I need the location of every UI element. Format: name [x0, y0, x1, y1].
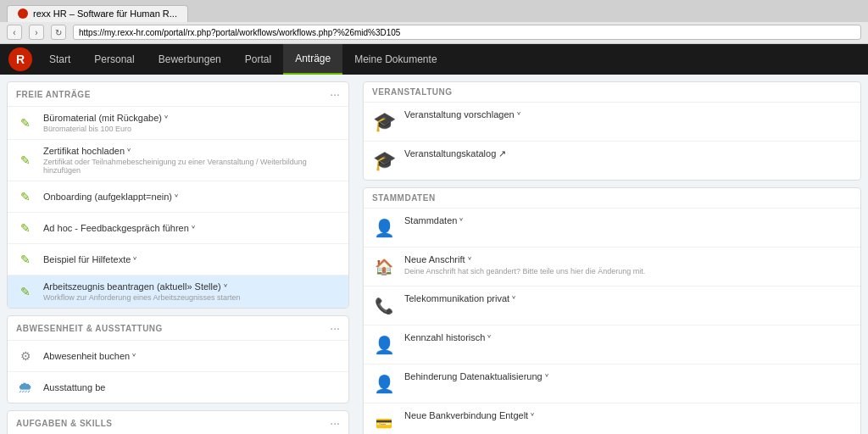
house-icon-anschrift: 🏠	[372, 255, 396, 279]
person-icon-stammdaten: 👤	[372, 216, 396, 240]
section-abwesenheit-menu[interactable]: ···	[330, 321, 340, 335]
refresh-button[interactable]: ↻	[51, 25, 66, 40]
item-subtitle-arbeitszeugnis: Workflow zur Anforderung eines Arbeitsze…	[43, 293, 340, 302]
forward-button[interactable]: ›	[29, 25, 44, 40]
right-item-title-anschrift: Neue Anschrift ᵛ	[404, 254, 852, 265]
browser-chrome: rexx HR – Software für Human R... ‹ › ↻	[0, 0, 868, 44]
right-item-stammdaten[interactable]: 👤 Stammdaten ᵛ	[364, 209, 860, 248]
nav-item-antraege[interactable]: Anträge	[283, 44, 342, 75]
right-item-title-katalog: Veranstaltungskatalog ↗	[404, 148, 852, 159]
section-stammdaten-title: STAMMDATEN	[372, 193, 436, 203]
section-abwesenheit: ABWESENHEIT & AUSSTATTUNG ··· ⚙ Abwesenh…	[7, 315, 349, 403]
list-item-zertifikat[interactable]: ✎ Zertifikat hochladen ᵛ Zertifikat oder…	[8, 140, 348, 181]
item-subtitle-bueromaterial: Büromaterial bis 100 Euro	[43, 125, 340, 133]
right-item-text-telekommunikation: Telekommunikation privat ᵛ	[404, 293, 852, 304]
right-item-text-anschrift: Neue Anschrift ᵛ Deine Anschrift hat sic…	[404, 254, 852, 275]
item-title-arbeitszeugnis: Arbeitszeugnis beantragen (aktuell» Stel…	[43, 281, 340, 292]
right-item-title-telekommunikation: Telekommunikation privat ᵛ	[404, 293, 852, 304]
top-nav: R Start Personal Bewerbungen Portal Antr…	[0, 44, 868, 75]
right-item-subtitle-anschrift: Deine Anschrift hat sich geändert? Bitte…	[404, 267, 852, 275]
item-title-onboarding: Onboarding (aufgeklappt=nein) ᵛ	[43, 192, 340, 203]
section-aufgaben-header: AUFGABEN & SKILLS ···	[8, 411, 348, 434]
person-icon-behinderung: 👤	[372, 372, 396, 396]
right-item-veranstaltung-vorschlagen[interactable]: 🎓 Veranstaltung vorschlagen ᵛ	[364, 103, 860, 142]
right-item-telekommunikation[interactable]: 📞 Telekommunikation privat ᵛ	[364, 287, 860, 326]
nav-logo: R	[8, 47, 32, 71]
section-freie-antraege-header: FREIE ANTRÄGE ···	[8, 82, 348, 107]
right-item-title-entgelt: Neue Bankverbindung Entgelt ᵛ	[404, 410, 852, 421]
right-item-title-behinderung: Behinderung Datenaktualisierung ᵛ	[404, 371, 852, 382]
right-item-text-katalog: Veranstaltungskatalog ↗	[404, 148, 852, 159]
nav-item-personal[interactable]: Personal	[82, 44, 146, 75]
list-item-abwesenheit[interactable]: ⚙ Abwesenheit buchen ᵛ	[8, 341, 348, 372]
right-item-title-kennzahl: Kennzahl historisch ᵛ	[404, 332, 852, 343]
section-abwesenheit-header: ABWESENHEIT & AUSSTATTUNG ···	[8, 316, 348, 341]
edit-icon-arbeitszeugnis: ✎	[16, 282, 35, 301]
item-title-zertifikat: Zertifikat hochladen ᵛ	[43, 146, 340, 157]
gradcap-icon-katalog: 🎓	[372, 149, 396, 173]
item-text-onboarding: Onboarding (aufgeklappt=nein) ᵛ	[43, 192, 340, 203]
item-title-ausstattung: Ausstattung be	[43, 382, 340, 392]
edit-icon-zertifikat: ✎	[16, 151, 35, 170]
right-item-text-entgelt: Neue Bankverbindung Entgelt ᵛ	[404, 410, 852, 421]
nav-item-bewerbungen[interactable]: Bewerbungen	[147, 44, 233, 75]
right-item-text-stammdaten: Stammdaten ᵛ	[404, 215, 852, 226]
item-text-bueromaterial: Büromaterial (mit Rückgabe) ᵛ Büromateri…	[43, 113, 340, 133]
nav-item-start[interactable]: Start	[37, 44, 82, 75]
address-bar: ‹ › ↻	[0, 22, 868, 44]
item-subtitle-zertifikat: Zertifikat oder Teilnahmebescheinigung z…	[43, 158, 340, 175]
right-item-neue-anschrift[interactable]: 🏠 Neue Anschrift ᵛ Deine Anschrift hat s…	[364, 248, 860, 287]
section-aufgaben-menu[interactable]: ···	[330, 416, 340, 430]
section-stammdaten: STAMMDATEN 👤 Stammdaten ᵛ 🏠 Neue Anschri…	[363, 187, 861, 434]
gradcap-icon-vorschlagen: 🎓	[372, 110, 396, 134]
section-aufgaben-title: AUFGABEN & SKILLS	[16, 419, 113, 428]
creditcard-icon-entgelt: 💳	[372, 411, 396, 434]
edit-icon-bueromaterial: ✎	[16, 114, 35, 132]
edit-icon-adhoc: ✎	[16, 219, 35, 237]
tab-bar: rexx HR – Software für Human R...	[0, 0, 868, 22]
app-container: R Start Personal Bewerbungen Portal Antr…	[0, 44, 868, 434]
rain-icon-ausstattung: 🌧	[16, 378, 35, 397]
item-title-abwesenheit: Abwesenheit buchen ᵛ	[43, 351, 340, 362]
item-text-adhoc: Ad hoc - Feedbackgespräch führen ᵛ	[43, 223, 340, 234]
right-item-text-kennzahl: Kennzahl historisch ᵛ	[404, 332, 852, 343]
section-freie-antraege-menu[interactable]: ···	[330, 87, 340, 101]
section-aufgaben: AUFGABEN & SKILLS ···	[7, 410, 349, 434]
right-item-kennzahl[interactable]: 👤 Kennzahl historisch ᵛ	[364, 326, 860, 364]
item-text-zertifikat: Zertifikat hochladen ᵛ Zertifikat oder T…	[43, 146, 340, 175]
section-freie-antraege: FREIE ANTRÄGE ··· ✎ Büromaterial (mit Rü…	[7, 81, 349, 309]
nav-item-dokumente[interactable]: Meine Dokumente	[342, 44, 448, 75]
nav-item-portal[interactable]: Portal	[233, 44, 283, 75]
list-item-bueromaterial[interactable]: ✎ Büromaterial (mit Rückgabe) ᵛ Büromate…	[8, 107, 348, 140]
tab-favicon	[18, 8, 28, 19]
right-item-title-vorschlagen: Veranstaltung vorschlagen ᵛ	[404, 109, 852, 120]
list-item-onboarding[interactable]: ✎ Onboarding (aufgeklappt=nein) ᵛ	[8, 181, 348, 213]
back-button[interactable]: ‹	[7, 25, 22, 40]
tab-label: rexx HR – Software für Human R...	[33, 8, 177, 19]
edit-icon-hilfetexte: ✎	[16, 250, 35, 269]
url-input[interactable]	[73, 25, 861, 40]
right-item-title-stammdaten: Stammdaten ᵛ	[404, 215, 852, 226]
section-abwesenheit-title: ABWESENHEIT & AUSSTATTUNG	[16, 324, 163, 333]
item-text-ausstattung: Ausstattung be	[43, 382, 340, 392]
item-text-abwesenheit: Abwesenheit buchen ᵛ	[43, 351, 340, 362]
list-item-adhoc[interactable]: ✎ Ad hoc - Feedbackgespräch führen ᵛ	[8, 213, 348, 244]
nav-items: Start Personal Bewerbungen Portal Anträg…	[37, 44, 449, 75]
person-icon-kennzahl: 👤	[372, 333, 396, 357]
list-item-hilfetexte[interactable]: ✎ Beispiel für Hilfetexte ᵛ	[8, 244, 348, 275]
item-title-adhoc: Ad hoc - Feedbackgespräch führen ᵛ	[43, 223, 340, 234]
right-item-bankverbindung-entgelt[interactable]: 💳 Neue Bankverbindung Entgelt ᵛ	[364, 403, 860, 434]
section-stammdaten-header: STAMMDATEN	[364, 188, 860, 209]
main-content: FREIE ANTRÄGE ··· ✎ Büromaterial (mit Rü…	[0, 75, 868, 434]
right-item-text-vorschlagen: Veranstaltung vorschlagen ᵛ	[404, 109, 852, 120]
list-item-ausstattung[interactable]: 🌧 Ausstattung be	[8, 372, 348, 403]
left-panel: FREIE ANTRÄGE ··· ✎ Büromaterial (mit Rü…	[0, 75, 356, 434]
section-freie-antraege-title: FREIE ANTRÄGE	[16, 90, 91, 99]
list-item-arbeitszeugnis[interactable]: ✎ Arbeitszeugnis beantragen (aktuell» St…	[8, 275, 348, 308]
right-item-veranstaltungskatalog[interactable]: 🎓 Veranstaltungskatalog ↗	[364, 142, 860, 180]
section-veranstaltung: VERANSTALTUNG 🎓 Veranstaltung vorschlage…	[363, 81, 861, 181]
right-item-behinderung[interactable]: 👤 Behinderung Datenaktualisierung ᵛ	[364, 364, 860, 403]
item-title-hilfetexte: Beispiel für Hilfetexte ᵛ	[43, 254, 340, 265]
right-item-text-behinderung: Behinderung Datenaktualisierung ᵛ	[404, 371, 852, 382]
active-tab[interactable]: rexx HR – Software für Human R...	[7, 5, 188, 22]
